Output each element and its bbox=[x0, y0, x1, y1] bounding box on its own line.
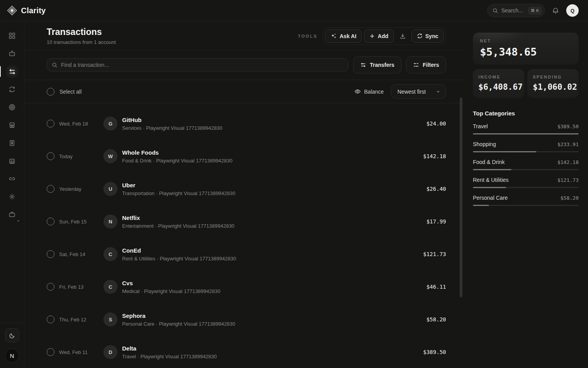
category-item: Shopping $233.91 bbox=[473, 141, 579, 152]
row-checkbox[interactable] bbox=[47, 250, 54, 258]
summary-panel: NET $5,348.65 INCOME $6,408.67 SPENDING … bbox=[464, 21, 588, 368]
download-icon bbox=[399, 33, 406, 39]
merchant-avatar: C bbox=[103, 247, 117, 261]
export-button[interactable] bbox=[396, 30, 409, 43]
transaction-row[interactable]: Wed, Feb 11 D Delta Travel · Playwright … bbox=[24, 336, 464, 368]
transaction-date: Fri, Feb 13 bbox=[59, 284, 103, 290]
target-icon bbox=[8, 103, 16, 111]
transaction-amount: $142.18 bbox=[423, 153, 446, 159]
tools-label: TOOLS bbox=[298, 34, 317, 38]
transaction-row[interactable]: Fri, Feb 13 C Cvs Medical · Playwright V… bbox=[24, 270, 464, 303]
category-label: Shopping bbox=[473, 141, 496, 147]
brand: Clarity bbox=[7, 5, 46, 16]
topbar: Clarity Search... ⌘ K Q bbox=[0, 0, 588, 21]
sidebar-item-transactions[interactable] bbox=[3, 63, 21, 80]
sidebar-item-store[interactable] bbox=[3, 116, 21, 134]
transaction-amount: $17.99 bbox=[426, 218, 446, 225]
briefcase-icon bbox=[8, 211, 16, 218]
sidebar-item-connections[interactable] bbox=[3, 170, 21, 188]
robot-icon bbox=[8, 50, 16, 58]
merchant-avatar: S bbox=[103, 312, 117, 326]
filters-button[interactable]: Filters bbox=[406, 56, 446, 73]
chevron-down-icon bbox=[16, 219, 20, 223]
transaction-row[interactable]: Sun, Feb 15 N Netflix Entertainment · Pl… bbox=[24, 205, 464, 238]
row-checkbox[interactable] bbox=[47, 316, 54, 323]
category-progress-fill bbox=[473, 205, 489, 206]
brand-name: Clarity bbox=[21, 6, 46, 15]
transaction-row[interactable]: Thu, Feb 12 S Sephora Personal Care · Pl… bbox=[24, 303, 464, 336]
add-button[interactable]: Add bbox=[364, 30, 394, 43]
select-all-checkbox[interactable] bbox=[47, 88, 54, 96]
transaction-date: Today bbox=[59, 153, 103, 159]
top-categories-title: Top Categories bbox=[473, 110, 579, 117]
search-placeholder: Search... bbox=[501, 7, 525, 14]
sidebar-item-recurring[interactable] bbox=[3, 80, 21, 98]
theme-toggle-button[interactable] bbox=[5, 328, 19, 342]
ask-ai-label: Ask AI bbox=[340, 33, 356, 39]
category-progress-fill bbox=[473, 187, 506, 188]
row-checkbox[interactable] bbox=[47, 152, 54, 160]
row-checkbox[interactable] bbox=[47, 120, 54, 127]
sort-dropdown[interactable]: Newest first bbox=[391, 84, 446, 99]
row-checkbox[interactable] bbox=[47, 185, 54, 193]
global-search[interactable]: Search... ⌘ K bbox=[487, 4, 545, 17]
user-avatar[interactable]: Q bbox=[566, 4, 579, 17]
category-amount: $233.91 bbox=[557, 141, 579, 147]
row-checkbox[interactable] bbox=[47, 348, 54, 356]
sparkles-icon bbox=[331, 33, 337, 39]
scrollbar-thumb[interactable] bbox=[460, 98, 462, 297]
transaction-search-input[interactable] bbox=[61, 62, 343, 68]
spending-value: $1,060.02 bbox=[533, 82, 573, 92]
net-label: NET bbox=[480, 38, 572, 43]
transaction-row[interactable]: Sat, Feb 14 C ConEd Rent & Utilities · P… bbox=[24, 238, 464, 270]
balance-toggle[interactable]: Balance bbox=[354, 88, 384, 95]
sidebar-item-assistant[interactable] bbox=[3, 45, 21, 63]
ask-ai-button[interactable]: Ask AI bbox=[325, 30, 362, 43]
category-progress-track bbox=[473, 151, 579, 152]
transaction-date: Wed, Feb 18 bbox=[59, 121, 103, 127]
category-label: Personal Care bbox=[473, 195, 508, 201]
balance-label: Balance bbox=[364, 89, 384, 95]
row-checkbox[interactable] bbox=[47, 218, 54, 225]
link-icon bbox=[8, 175, 16, 183]
category-progress-track bbox=[473, 133, 579, 134]
sidebar-item-goals[interactable] bbox=[3, 98, 21, 116]
transaction-row[interactable]: Today W Whole Foods Food & Drink · Playw… bbox=[24, 140, 464, 173]
sidebar-item-dashboard[interactable] bbox=[3, 27, 21, 45]
sidebar-item-settings[interactable] bbox=[3, 188, 21, 206]
category-amount: $142.18 bbox=[557, 159, 579, 165]
dashboard-icon bbox=[8, 32, 16, 40]
category-item: Rent & Utilities $121.73 bbox=[473, 177, 579, 188]
transfer-arrows-icon bbox=[360, 62, 366, 68]
tools-group: Ask AI Add Sync bbox=[323, 27, 446, 45]
top-categories-list: Travel $389.50 Shopping $233.91 bbox=[473, 123, 579, 206]
category-label: Travel bbox=[473, 123, 488, 129]
notifications-button[interactable] bbox=[552, 7, 559, 14]
sidebar-item-workspace[interactable] bbox=[3, 206, 21, 223]
transfers-button[interactable]: Transfers bbox=[353, 56, 401, 73]
add-label: Add bbox=[378, 33, 388, 39]
category-label: Rent & Utilities bbox=[473, 177, 509, 183]
category-progress-track bbox=[473, 169, 579, 170]
transaction-row[interactable]: Yesterday U Uber Transportation · Playwr… bbox=[24, 173, 464, 205]
workspace-avatar[interactable]: N bbox=[5, 349, 19, 363]
merchant-name: Cvs bbox=[122, 280, 220, 286]
sort-value: Newest first bbox=[397, 89, 426, 95]
sidebar-item-invoices[interactable] bbox=[3, 134, 21, 152]
transactions-icon bbox=[8, 68, 16, 76]
chevron-down-icon bbox=[436, 89, 440, 94]
sync-button[interactable]: Sync bbox=[411, 30, 444, 43]
main-content: Transactions 10 transactions from 1 acco… bbox=[24, 21, 464, 368]
income-label: INCOME bbox=[478, 75, 519, 79]
transaction-row[interactable]: Wed, Feb 18 G GitHub Services · Playwrig… bbox=[24, 107, 464, 140]
net-value: $5,348.65 bbox=[480, 46, 572, 58]
transaction-amount: $26.40 bbox=[426, 186, 446, 192]
transaction-search-field[interactable] bbox=[47, 58, 348, 72]
transaction-category: Rent & Utilities · Playwright Visual 177… bbox=[122, 256, 236, 262]
sidebar-item-bank[interactable] bbox=[3, 152, 21, 170]
category-progress-fill bbox=[473, 169, 511, 170]
merchant-avatar: G bbox=[103, 117, 117, 131]
transaction-list: Wed, Feb 18 G GitHub Services · Playwrig… bbox=[24, 103, 464, 368]
merchant-name: Sephora bbox=[122, 312, 235, 319]
row-checkbox[interactable] bbox=[47, 283, 54, 291]
